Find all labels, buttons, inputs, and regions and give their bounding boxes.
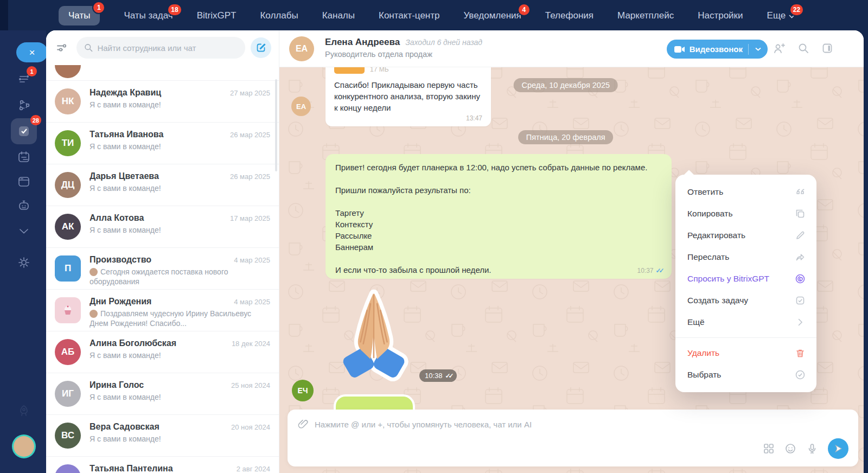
menu-item-delete[interactable]: Удалить <box>675 342 816 364</box>
menu-item-reply[interactable]: Ответить <box>675 181 816 203</box>
nav-tab-marketplace[interactable]: Маркетплейс <box>617 10 674 21</box>
message-time: 13:47 <box>334 114 482 122</box>
new-chat-button[interactable] <box>251 37 271 58</box>
chat-list-item[interactable]: Дни Рождения Поздравляем чудесную Ирину … <box>46 289 279 331</box>
contact-role: Руководитель отдела продаж <box>325 50 432 59</box>
contact-avatar[interactable]: ЕА <box>289 36 314 61</box>
chat-search-button[interactable] <box>797 42 809 55</box>
read-checkmarks-icon: ✓✓ <box>656 267 662 274</box>
bitrixgpt-swirl-icon <box>795 273 806 284</box>
more-badge: 22 <box>790 4 803 15</box>
chat-list-item[interactable]: ВС Вера Садовская Я с вами в команде! 20… <box>46 414 279 456</box>
menu-item-create-task[interactable]: Создать задачу <box>675 290 816 311</box>
forward-icon <box>795 252 806 263</box>
task-chats-badge: 18 <box>168 4 181 15</box>
nav-tab-notifications[interactable]: Уведомления4 <box>464 10 521 21</box>
close-panel-button[interactable]: × <box>16 42 48 62</box>
avatar: ВС <box>55 423 81 449</box>
nav-tab-bitrixgpt[interactable]: BitrixGPT <box>197 10 237 21</box>
close-icon: × <box>29 47 35 59</box>
praying-hands-sticker[interactable] <box>331 286 417 384</box>
add-person-icon <box>773 42 786 55</box>
microphone-icon[interactable] <box>806 443 818 455</box>
avatar: АК <box>55 214 81 240</box>
sidebar-item-copilot[interactable] <box>13 195 35 216</box>
sidebar-more-chevron[interactable] <box>13 220 35 242</box>
contact-name[interactable]: Елена Андреева <box>325 37 400 48</box>
nav-tab-chats[interactable]: Чаты1 <box>59 6 100 25</box>
avatar: НК <box>55 88 81 114</box>
chats-badge: 1 <box>93 2 104 13</box>
copy-icon <box>795 208 806 219</box>
chat-list-item[interactable]: ДЦ Дарья Цветаева Я с вами в команде! 26… <box>46 164 279 206</box>
sidebar-item-tasks[interactable]: 28 <box>11 118 37 144</box>
sidebar-item-sites[interactable] <box>13 171 35 193</box>
task-check-icon <box>795 295 806 306</box>
outgoing-message[interactable]: Привет! сегодня будет планерка в 12:00, … <box>326 154 672 279</box>
planner-icon <box>17 150 31 164</box>
tasks-icon <box>16 124 31 139</box>
menu-item-edit[interactable]: Редактировать <box>675 225 816 246</box>
cupcake-icon <box>61 303 75 317</box>
chat-list-item[interactable]: АК Алла Котова Я с вами в команде! 17 ма… <box>46 206 279 247</box>
browser-window-icon <box>17 175 31 189</box>
chat-list-item[interactable]: ИГ Ирина Голос Я с вами в команде! 25 но… <box>46 373 279 414</box>
date-separator: Среда, 10 декабря 2025 <box>513 78 618 92</box>
circle-check-icon <box>795 369 806 380</box>
sidebar-item-boost[interactable] <box>13 400 35 422</box>
message-text: Спасибо! Прикладываю первую часть конкур… <box>334 79 482 113</box>
menu-item-forward[interactable]: Переслать <box>675 246 816 268</box>
emoji-icon[interactable] <box>784 443 796 455</box>
incoming-message[interactable]: 17 МБ Спасибо! Прикладываю первую часть … <box>326 59 491 126</box>
feed-badge: 1 <box>27 66 37 76</box>
own-avatar: ЕЧ <box>292 380 314 401</box>
invite-user-button[interactable] <box>773 42 786 55</box>
send-button[interactable] <box>828 438 848 459</box>
chat-list-item[interactable]: АБ Алина Боголюбская Я с вами в команде!… <box>46 331 279 373</box>
nav-tab-more[interactable]: Еще22 <box>767 10 795 21</box>
nav-tab-channels[interactable]: Каналы <box>322 10 355 21</box>
nav-tab-contact-center[interactable]: Контакт-центр <box>379 10 440 21</box>
menu-item-ask-bitrixgpt[interactable]: Спросить у BitrixGPT <box>675 268 816 290</box>
sidebar-item-network[interactable] <box>13 94 35 116</box>
user-avatar[interactable] <box>14 436 34 457</box>
message-time: 10:37 <box>637 267 654 274</box>
menu-item-copy[interactable]: Копировать <box>675 203 816 225</box>
attach-file-icon[interactable] <box>297 418 309 430</box>
search-input[interactable] <box>97 43 238 53</box>
video-call-options-chevron[interactable] <box>751 47 765 51</box>
menu-item-select[interactable]: Выбрать <box>675 364 816 386</box>
conversation-panel: 17 МБ Спасибо! Прикладываю первую часть … <box>279 30 864 473</box>
top-navigation: Чаты1 Чаты задач18 BitrixGPT Коллабы Кан… <box>0 0 868 31</box>
chat-list-item-partial[interactable] <box>46 65 279 80</box>
filter-button[interactable] <box>53 39 71 57</box>
nav-tab-settings[interactable]: Настройки <box>698 10 743 21</box>
sidebar-item-settings[interactable] <box>13 252 35 273</box>
avatar <box>55 297 81 323</box>
chat-list-item[interactable]: ТП Татьяна Пантелина 2 авг 2024 <box>46 456 279 473</box>
main-panel: НК Надежда Кравиц Я с вами в команде! 27… <box>46 30 864 473</box>
apps-grid-icon[interactable] <box>763 443 775 455</box>
last-seen-status: Заходил 6 дней назад <box>405 38 482 47</box>
video-call-button[interactable]: Видеозвонок <box>667 40 768 59</box>
sidebar-item-planner[interactable] <box>13 146 35 168</box>
chat-list-scrollbar[interactable] <box>275 79 277 171</box>
side-panel-toggle[interactable] <box>821 42 833 55</box>
avatar: ДЦ <box>55 172 81 198</box>
message-text: Привет! сегодня будет планерка в 12:00, … <box>335 162 662 276</box>
nav-tab-telephony[interactable]: Телефония <box>545 10 593 21</box>
panel-icon <box>821 42 833 54</box>
gear-icon <box>17 255 31 270</box>
sidebar-item-feed[interactable]: 1 <box>13 68 35 90</box>
menu-divider <box>675 337 816 338</box>
menu-item-more[interactable]: Ещё <box>675 311 816 333</box>
chat-list-item[interactable]: НК Надежда Кравиц Я с вами в команде! 27… <box>46 80 279 122</box>
chat-list-item[interactable]: ТИ Татьяна Иванова Я с вами в команде! 2… <box>46 122 279 164</box>
nav-tab-collabs[interactable]: Коллабы <box>260 10 298 21</box>
compose-icon <box>256 42 266 53</box>
avatar: ТИ <box>55 130 81 156</box>
nav-tab-task-chats[interactable]: Чаты задач18 <box>124 10 173 21</box>
chat-list-item[interactable]: П Производство Сегодня ожидается поставк… <box>46 247 279 289</box>
read-checkmarks-icon: ✓✓ <box>445 372 451 380</box>
message-input[interactable] <box>315 420 848 429</box>
